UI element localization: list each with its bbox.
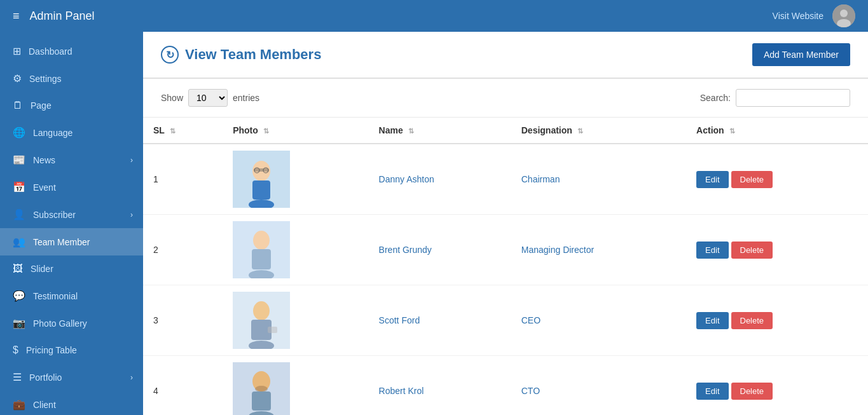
sidebar-item-slider[interactable]: 🖼Slider — [0, 255, 143, 282]
chevron-right-icon: › — [130, 210, 133, 219]
sidebar-item-label: News — [33, 155, 55, 165]
image-icon: 🖼 — [13, 263, 23, 275]
sort-name-icon[interactable]: ⇅ — [408, 127, 414, 135]
delete-button-1[interactable]: Delete — [731, 171, 773, 188]
table-row: 1 Danny AshtonChairmanEditDelete — [143, 144, 868, 215]
sidebar-item-label: Dashboard — [29, 46, 72, 57]
member-photo — [233, 362, 290, 415]
content-header: ↻ View Team Members Add Team Member — [143, 32, 868, 79]
sidebar-item-news[interactable]: 📰News› — [0, 146, 143, 173]
entries-label: entries — [233, 93, 259, 103]
svg-point-21 — [255, 386, 268, 392]
cell-action: EditDelete — [686, 215, 868, 285]
users-icon: 👥 — [13, 236, 25, 248]
sidebar-item-label: Pricing Table — [26, 345, 77, 355]
topbar: ≡ Admin Panel Visit Website — [143, 0, 868, 32]
show-label: Show — [161, 93, 183, 103]
list-icon: ☰ — [13, 371, 22, 383]
member-photo — [233, 292, 290, 349]
visit-website-link[interactable]: Visit Website — [773, 11, 823, 21]
sidebar-item-dashboard[interactable]: ⊞Dashboard — [0, 37, 143, 65]
cell-sl: 2 — [143, 215, 223, 285]
col-photo: Photo ⇅ — [223, 118, 368, 144]
edit-button-2[interactable]: Edit — [696, 242, 728, 259]
edit-button-1[interactable]: Edit — [696, 171, 728, 188]
delete-button-3[interactable]: Delete — [731, 312, 773, 329]
chevron-right-icon: › — [130, 156, 133, 165]
col-designation: Designation ⇅ — [511, 118, 686, 144]
user-icon: 👤 — [13, 208, 25, 221]
main-content: ↻ View Team Members Add Team Member Show… — [143, 32, 868, 415]
table-row: 3 Scott FordCEOEditDelete — [143, 285, 868, 356]
page-title: ↻ View Team Members — [161, 46, 321, 64]
sidebar-item-label: Subscriber — [33, 210, 76, 220]
table-header-row: SL ⇅ Photo ⇅ Name ⇅ Designation ⇅ Action… — [143, 118, 868, 144]
grid-icon: ⊞ — [13, 45, 21, 57]
table-controls: Show 10 25 50 100 entries Search: — [143, 79, 868, 118]
sidebar-item-subscriber[interactable]: 👤Subscriber› — [0, 201, 143, 228]
globe-icon: 🌐 — [13, 126, 25, 139]
sidebar-item-page[interactable]: 🗒Page — [0, 92, 143, 119]
sidebar-item-language[interactable]: 🌐Language — [0, 119, 143, 146]
svg-rect-5 — [252, 180, 270, 200]
table-body: 1 Danny AshtonChairmanEditDelete2 Brent … — [143, 144, 868, 415]
sidebar-item-label: Settings — [29, 74, 62, 84]
sidebar-item-testimonial[interactable]: 💬Testimonial — [0, 282, 143, 310]
sidebar-nav: ⊞Dashboard⚙Settings🗒Page🌐Language📰News›📅… — [0, 37, 143, 415]
sidebar-item-label: Photo Gallery — [33, 318, 87, 329]
sidebar-item-team-member[interactable]: 👥Team Member — [0, 228, 143, 255]
cell-sl: 1 — [143, 144, 223, 215]
member-photo — [233, 151, 290, 208]
svg-rect-7 — [254, 168, 269, 172]
file-icon: 🗒 — [13, 100, 23, 111]
sort-sl-icon[interactable]: ⇅ — [170, 127, 176, 135]
sidebar: Multix ⊞Dashboard⚙Settings🗒Page🌐Language… — [0, 0, 143, 415]
sidebar-item-portfolio[interactable]: ☰Portfolio› — [0, 364, 143, 391]
svg-point-11 — [253, 231, 270, 250]
svg-rect-18 — [268, 327, 277, 333]
search-label: Search: — [700, 93, 731, 103]
member-photo — [233, 221, 290, 278]
sort-designation-icon[interactable]: ⇅ — [577, 127, 583, 135]
svg-point-1 — [840, 10, 848, 17]
cell-designation: CEO — [511, 285, 686, 356]
add-team-member-button[interactable]: Add Team Member — [752, 43, 850, 66]
cell-name: Brent Grundy — [369, 215, 511, 285]
gear-icon: ⚙ — [13, 72, 22, 85]
col-action: Action ⇅ — [686, 118, 868, 144]
search-input[interactable] — [736, 89, 850, 107]
chevron-right-icon: › — [130, 373, 133, 382]
entries-select[interactable]: 10 25 50 100 — [188, 89, 228, 107]
newspaper-icon: 📰 — [13, 154, 25, 166]
cell-designation: Chairman — [511, 144, 686, 215]
delete-button-2[interactable]: Delete — [731, 242, 773, 259]
edit-button-3[interactable]: Edit — [696, 312, 728, 329]
svg-rect-12 — [252, 249, 271, 269]
col-name: Name ⇅ — [369, 118, 511, 144]
sidebar-item-pricing-table[interactable]: $Pricing Table — [0, 337, 143, 364]
dollar-icon: $ — [13, 344, 18, 356]
cell-name: Danny Ashton — [369, 144, 511, 215]
cell-photo — [223, 144, 368, 215]
delete-button-4[interactable]: Delete — [731, 383, 773, 400]
sidebar-item-photo-gallery[interactable]: 📷Photo Gallery — [0, 310, 143, 337]
circle-arrow-icon: ↻ — [161, 46, 179, 64]
sidebar-item-label: Testimonial — [33, 291, 78, 301]
sidebar-item-settings[interactable]: ⚙Settings — [0, 65, 143, 92]
sidebar-item-label: Portfolio — [29, 372, 62, 383]
user-avatar[interactable] — [832, 4, 855, 27]
cell-action: EditDelete — [686, 356, 868, 416]
sort-photo-icon[interactable]: ⇅ — [263, 127, 269, 135]
sidebar-item-client[interactable]: 💼Client — [0, 391, 143, 415]
cell-name: Scott Ford — [369, 285, 511, 356]
svg-point-15 — [253, 301, 270, 320]
svg-rect-22 — [252, 391, 271, 411]
cell-sl: 3 — [143, 285, 223, 356]
edit-button-4[interactable]: Edit — [696, 383, 728, 400]
sidebar-item-event[interactable]: 📅Event — [0, 173, 143, 201]
cell-designation: CTO — [511, 356, 686, 416]
sidebar-item-label: Team Member — [33, 237, 90, 247]
cell-sl: 4 — [143, 356, 223, 416]
sidebar-item-label: Page — [31, 100, 52, 111]
sort-action-icon[interactable]: ⇅ — [729, 127, 735, 135]
